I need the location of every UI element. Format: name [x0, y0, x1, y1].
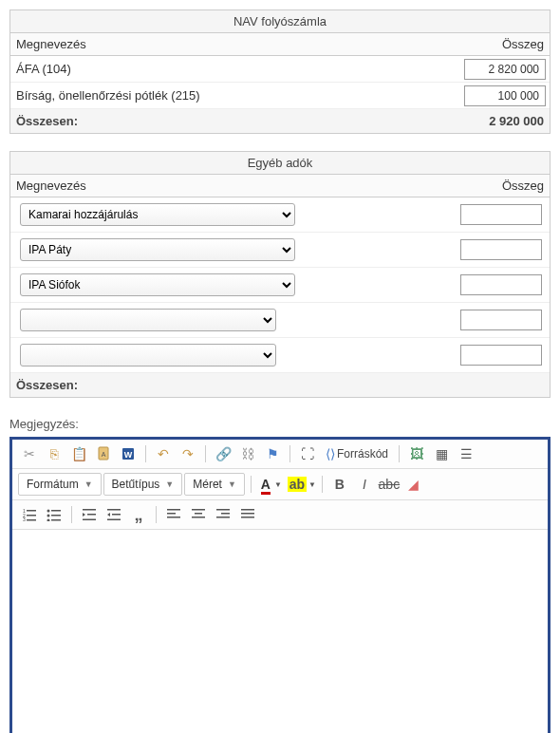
svg-rect-28: [216, 509, 230, 511]
editor-toolbar-3: 123 „: [12, 500, 548, 530]
svg-point-10: [47, 510, 50, 513]
editor-toolbar-1: ✂ ⎘ 📋 A W ↶ ↷ 🔗 ⛓ ⚑ ⛶ ⟨⟩ Forráskód 🖼 ▦ ☰: [12, 440, 548, 469]
svg-text:3: 3: [23, 517, 26, 521]
undo-icon[interactable]: ↶: [152, 443, 175, 464]
align-left-icon[interactable]: [162, 504, 185, 525]
outdent-icon[interactable]: [78, 504, 101, 525]
font-dropdown[interactable]: Betűtípus▼: [103, 473, 183, 496]
row-label: ÁFA (104): [10, 58, 455, 80]
svg-rect-33: [241, 517, 254, 518]
amount-input[interactable]: [460, 204, 542, 225]
svg-rect-16: [83, 509, 96, 511]
row-value[interactable]: 2 820 000: [464, 59, 546, 80]
blockquote-icon[interactable]: „: [127, 504, 150, 525]
paste-word-icon[interactable]: W: [117, 443, 140, 464]
table-row: Kamarai hozzájárulás: [10, 197, 550, 233]
text-color-icon[interactable]: A ▼: [257, 474, 286, 495]
svg-rect-29: [221, 513, 230, 515]
maximize-icon[interactable]: ⛶: [296, 443, 319, 464]
bg-color-icon[interactable]: ab ▼: [288, 474, 316, 495]
nav-total-row: Összesen: 2 920 000: [10, 109, 550, 133]
tax-select[interactable]: IPA Siófok: [20, 273, 295, 296]
total-label: Összesen:: [10, 109, 455, 133]
align-center-icon[interactable]: [187, 504, 210, 525]
col-amount: Összeg: [455, 33, 550, 55]
svg-rect-5: [27, 510, 36, 512]
align-right-icon[interactable]: [212, 504, 234, 525]
ul-icon[interactable]: [43, 504, 65, 525]
svg-rect-25: [192, 509, 205, 511]
tax-select[interactable]: [20, 344, 276, 366]
italic-icon[interactable]: I: [353, 474, 376, 495]
copy-icon[interactable]: ⎘: [43, 443, 65, 464]
editor-content[interactable]: [12, 530, 548, 733]
format-dropdown[interactable]: Formátum▼: [18, 473, 102, 496]
unlink-icon[interactable]: ⛓: [236, 443, 259, 464]
paste-icon[interactable]: 📋: [67, 443, 90, 464]
svg-rect-32: [241, 513, 254, 515]
other-table-header: Megnevezés Összeg: [10, 175, 550, 197]
table-row: IPA Siófok: [10, 268, 550, 303]
ol-icon[interactable]: 123: [18, 504, 41, 525]
other-taxes-table: Egyéb adók Megnevezés Összeg Kamarai hoz…: [9, 151, 551, 398]
indent-icon[interactable]: [103, 504, 125, 525]
redo-icon[interactable]: ↷: [177, 443, 199, 464]
amount-input[interactable]: [460, 274, 542, 295]
svg-rect-23: [167, 513, 176, 515]
size-dropdown[interactable]: Méret▼: [184, 473, 245, 496]
svg-rect-30: [216, 517, 230, 518]
svg-point-12: [47, 515, 50, 517]
svg-rect-17: [87, 514, 96, 516]
nav-table-header: Megnevezés Összeg: [10, 33, 550, 56]
total-value: [455, 373, 550, 397]
strike-icon[interactable]: abc: [378, 474, 401, 495]
total-value: 2 920 000: [455, 109, 550, 133]
svg-rect-19: [107, 509, 121, 511]
amount-input[interactable]: [460, 345, 542, 366]
nav-table-title: NAV folyószámla: [10, 10, 550, 33]
bold-icon[interactable]: B: [328, 474, 351, 495]
link-icon[interactable]: 🔗: [212, 443, 234, 464]
tax-select[interactable]: IPA Páty: [20, 238, 295, 261]
table-row: ÁFA (104) 2 820 000: [10, 56, 550, 83]
table-row: Bírság, önellenőrzési pótlék (215) 100 0…: [10, 83, 550, 109]
paste-text-icon[interactable]: A: [92, 443, 115, 464]
col-name: Megnevezés: [10, 33, 455, 55]
source-icon[interactable]: ⟨⟩ Forráskód: [321, 443, 393, 464]
image-icon[interactable]: 🖼: [405, 443, 428, 464]
svg-rect-26: [195, 513, 202, 515]
rich-text-editor: ✂ ⎘ 📋 A W ↶ ↷ 🔗 ⛓ ⚑ ⛶ ⟨⟩ Forráskód 🖼 ▦ ☰…: [9, 437, 551, 733]
col-name: Megnevezés: [10, 175, 455, 197]
svg-rect-27: [192, 517, 205, 518]
tax-select[interactable]: Kamarai hozzájárulás: [20, 203, 295, 226]
table-row: [10, 338, 550, 373]
notes-label: Megjegyzés:: [9, 417, 551, 431]
row-value[interactable]: 100 000: [464, 85, 546, 106]
tax-select[interactable]: [20, 309, 276, 331]
svg-rect-15: [51, 519, 61, 521]
amount-input[interactable]: [460, 310, 542, 330]
svg-rect-18: [83, 519, 96, 521]
total-label: Összesen:: [10, 373, 455, 397]
other-total-row: Összesen:: [10, 373, 550, 397]
table-icon[interactable]: ▦: [430, 443, 453, 464]
svg-rect-20: [112, 514, 121, 516]
svg-rect-22: [167, 509, 180, 511]
svg-point-14: [47, 519, 50, 522]
remove-format-icon[interactable]: ◢: [402, 474, 425, 495]
anchor-icon[interactable]: ⚑: [261, 443, 284, 464]
cut-icon[interactable]: ✂: [18, 443, 41, 464]
svg-rect-7: [27, 515, 36, 517]
other-table-title: Egyéb adók: [10, 152, 550, 175]
table-row: IPA Páty: [10, 233, 550, 268]
table-row: [10, 303, 550, 338]
svg-rect-21: [107, 519, 121, 521]
align-justify-icon[interactable]: [236, 504, 259, 525]
svg-rect-31: [241, 509, 254, 511]
col-amount: Összeg: [455, 175, 550, 197]
row-label: Bírság, önellenőrzési pótlék (215): [10, 85, 455, 106]
amount-input[interactable]: [460, 239, 542, 260]
editor-toolbar-2: Formátum▼ Betűtípus▼ Méret▼ A ▼ ab ▼ B I…: [12, 469, 548, 500]
svg-rect-11: [51, 510, 61, 512]
hr-icon[interactable]: ☰: [455, 443, 477, 464]
